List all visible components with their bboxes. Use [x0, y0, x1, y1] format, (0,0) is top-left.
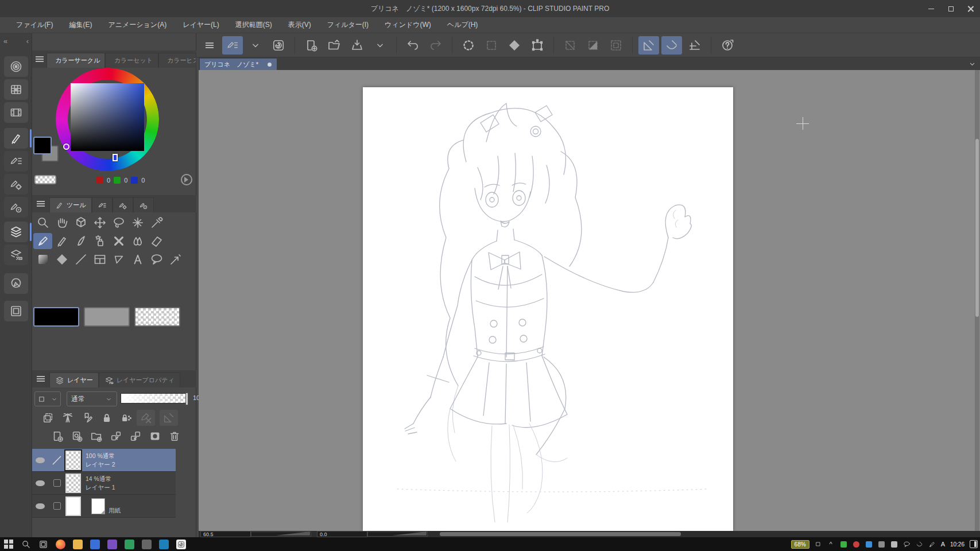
hue-marker[interactable] — [113, 154, 118, 161]
snap-to-special-ruler-button[interactable] — [661, 36, 682, 55]
zoom-value[interactable]: 60.5 — [200, 531, 251, 537]
hidden-icons-chevron[interactable]: ^ — [827, 541, 835, 548]
layer-name[interactable]: レイヤー 1 — [86, 483, 115, 492]
rail-tool-property-button[interactable] — [4, 174, 28, 195]
vertical-scrollbar[interactable] — [975, 70, 979, 531]
transparent-color-swatch[interactable] — [34, 175, 56, 184]
layer-row-paper[interactable]: 用紙 — [32, 495, 176, 518]
visibility-toggle[interactable] — [32, 480, 48, 486]
merge-with-lower-button[interactable] — [126, 428, 145, 444]
tab-color-wheel[interactable]: カラーサークル — [47, 53, 105, 68]
lock-transparent-pixels-button[interactable] — [117, 410, 135, 426]
snap-to-grid-button[interactable] — [684, 36, 705, 55]
tray-icon-3[interactable] — [865, 541, 873, 548]
rotation-slider[interactable] — [367, 531, 428, 537]
rail-color-history-button[interactable] — [4, 102, 28, 123]
layer-thumbnail[interactable] — [65, 474, 81, 493]
clock[interactable]: 10:26 — [950, 541, 964, 548]
tab-color-set[interactable]: カラーセット — [105, 53, 158, 68]
tool-fill[interactable] — [52, 251, 71, 267]
undo-button[interactable] — [402, 36, 423, 55]
snap-to-ruler-button[interactable] — [638, 36, 659, 55]
tool-move[interactable] — [90, 215, 109, 231]
fill-button[interactable] — [504, 36, 525, 55]
menu-view[interactable]: 表示(V) — [280, 17, 319, 33]
tool-hand[interactable] — [52, 215, 71, 231]
tab-subtool-1[interactable] — [92, 197, 113, 212]
sv-marker[interactable] — [63, 143, 69, 150]
save-dropdown-button[interactable] — [370, 36, 390, 55]
vertical-scroll-thumb[interactable] — [975, 139, 979, 317]
notifications-icon[interactable] — [970, 540, 978, 548]
start-button[interactable] — [0, 537, 17, 551]
rail-layer-property-button[interactable] — [4, 245, 28, 265]
tool-text[interactable] — [128, 251, 147, 267]
edit-checkbox[interactable] — [48, 479, 65, 487]
layer-thumbnail[interactable] — [65, 496, 81, 516]
tool-frame-border[interactable] — [90, 251, 109, 267]
tray-icon-1[interactable] — [840, 541, 847, 548]
create-mask-button[interactable] — [146, 428, 164, 444]
tool-blend[interactable] — [128, 233, 147, 249]
tray-icon-4[interactable] — [878, 541, 885, 548]
task-view-button[interactable] — [34, 537, 52, 551]
open-file-button[interactable] — [324, 36, 344, 55]
transparent-swatch[interactable] — [134, 307, 180, 327]
taskbar-app-3[interactable] — [121, 537, 138, 551]
tool-decoration[interactable] — [109, 233, 128, 249]
menu-window[interactable]: ウィンドウ(W) — [377, 17, 439, 33]
tray-icon-5[interactable] — [890, 541, 898, 548]
tab-subtool-2[interactable] — [113, 197, 133, 212]
taskbar-clip-studio[interactable] — [172, 537, 189, 551]
tray-icon-2[interactable] — [853, 541, 860, 548]
network-icon[interactable] — [916, 541, 923, 548]
tool-selection[interactable] — [109, 215, 128, 231]
palette-color-dropdown[interactable] — [34, 391, 61, 406]
rail-sub-tool-button[interactable] — [4, 151, 28, 172]
tool-gradient[interactable] — [33, 251, 52, 267]
rail-navigator-button[interactable] — [4, 273, 28, 294]
tool-balloon[interactable] — [147, 251, 166, 267]
rail-color-wheel-button[interactable] — [4, 56, 28, 77]
taskbar-app-1[interactable] — [86, 537, 103, 551]
taskbar-search-button[interactable] — [17, 537, 34, 551]
clip-studio-logo-button[interactable] — [268, 36, 289, 55]
layer-row-2[interactable]: 100 %通常レイヤー 2 — [32, 449, 176, 472]
tool-eyedropper[interactable] — [147, 215, 166, 231]
clip-to-layer-below-button[interactable] — [39, 410, 57, 426]
layer-mask-pen-button[interactable] — [78, 410, 96, 426]
new-raster-layer-button[interactable] — [48, 428, 67, 444]
collapse-all-button[interactable]: « — [3, 37, 7, 45]
tab-tool[interactable]: ツール — [49, 197, 92, 212]
current-tool-button[interactable] — [222, 36, 243, 55]
taskbar-file-explorer[interactable] — [69, 537, 86, 551]
visibility-toggle[interactable] — [32, 457, 48, 463]
tool-line[interactable] — [71, 251, 90, 267]
tab-color-history[interactable]: カラーヒストリー — [158, 53, 196, 68]
tool-flow-line[interactable] — [166, 251, 185, 267]
tab-subtool-3[interactable] — [133, 197, 154, 212]
opacity-slider[interactable] — [121, 393, 188, 403]
transfer-to-lower-button[interactable] — [107, 428, 125, 444]
document-tab[interactable]: プリコネ ノゾミ* — [200, 59, 277, 70]
tab-bar-collapse-button[interactable] — [968, 60, 977, 68]
menu-filter[interactable]: フィルター(I) — [319, 17, 377, 33]
ime-indicator[interactable]: A — [941, 541, 945, 548]
menu-file[interactable]: ファイル(F) — [8, 17, 61, 33]
horizontal-scroll-thumb[interactable] — [440, 532, 681, 536]
taskbar-app-2[interactable] — [103, 537, 121, 551]
transform-button[interactable] — [527, 36, 548, 55]
layer-name[interactable]: 用紙 — [109, 506, 121, 515]
rail-material-button[interactable] — [4, 301, 28, 321]
rail-layer-button[interactable] — [4, 222, 28, 242]
battery-indicator[interactable]: 68% — [791, 540, 809, 549]
tool-eraser[interactable] — [147, 233, 166, 249]
color-sv-square[interactable] — [71, 83, 144, 151]
rail-color-set-button[interactable] — [4, 79, 28, 100]
edit-checkbox[interactable] — [48, 502, 65, 510]
help-button[interactable] — [717, 36, 738, 55]
main-menu-button[interactable] — [199, 36, 220, 55]
tool-operation[interactable] — [71, 215, 90, 231]
reference-layer-button[interactable] — [59, 410, 77, 426]
clear-selection-button[interactable] — [481, 36, 502, 55]
